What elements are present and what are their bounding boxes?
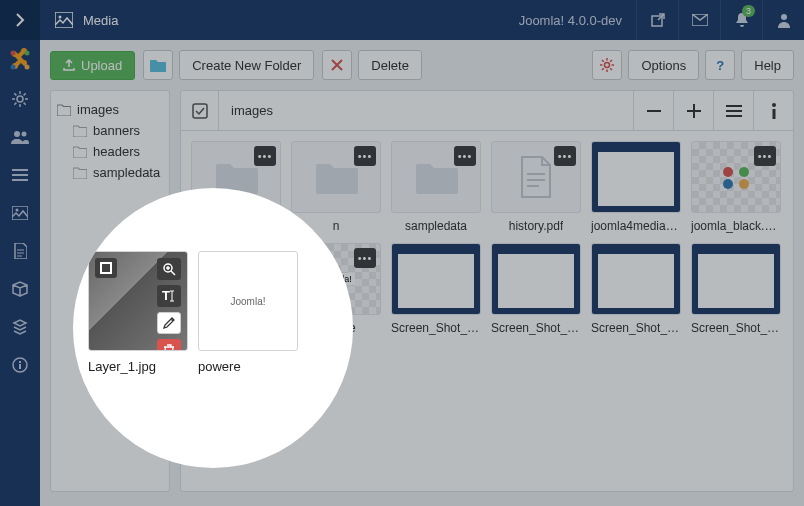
svg-rect-26 <box>726 110 742 112</box>
toggle-sidebar-button[interactable] <box>0 0 40 40</box>
svg-rect-27 <box>726 115 742 117</box>
svg-point-8 <box>25 65 30 70</box>
image-tile[interactable]: ••• Screen_Shot_20... <box>691 243 781 335</box>
messages-button[interactable] <box>678 0 720 40</box>
svg-rect-22 <box>647 110 661 112</box>
image-tile[interactable]: ••• Screen_Shot_20... <box>491 243 581 335</box>
image-tile[interactable]: ••• joomla4mediamanager <box>591 141 681 233</box>
svg-point-20 <box>605 63 610 68</box>
svg-point-11 <box>22 132 27 137</box>
select-all-checkbox[interactable] <box>181 91 219 130</box>
svg-rect-0 <box>55 12 73 28</box>
image-tile[interactable]: ••• Screen_Shot_20... <box>591 243 681 335</box>
svg-rect-12 <box>12 169 28 171</box>
folder-tile[interactable]: ••• n <box>291 141 381 233</box>
version-text: Joomla! 4.0.0-dev <box>505 13 636 28</box>
help-question-icon: ? <box>705 50 735 80</box>
svg-rect-24 <box>687 110 701 112</box>
svg-point-30 <box>723 167 733 177</box>
spotlight-overlay: T Layer_1.jpg Joomla! powere <box>73 188 353 468</box>
svg-point-1 <box>59 16 62 19</box>
svg-rect-25 <box>726 105 742 107</box>
sidebar-item-content[interactable] <box>0 232 40 270</box>
preview-action[interactable] <box>157 258 181 280</box>
help-button[interactable]: Help <box>741 50 794 80</box>
svg-rect-29 <box>772 109 775 119</box>
breadcrumb[interactable]: images <box>219 103 633 118</box>
gear-icon <box>592 50 622 80</box>
svg-point-7 <box>11 65 16 70</box>
svg-rect-18 <box>19 361 21 363</box>
svg-point-33 <box>739 179 749 189</box>
svg-point-10 <box>14 131 20 137</box>
media-icon <box>55 12 73 28</box>
selected-tile-name: Layer_1.jpg <box>88 359 188 374</box>
create-folder-button[interactable]: Create New Folder <box>179 50 314 80</box>
select-checkbox[interactable] <box>95 258 117 278</box>
tree-root[interactable]: images <box>57 99 163 120</box>
external-link-button[interactable] <box>636 0 678 40</box>
sidebar-item-media[interactable] <box>0 194 40 232</box>
adjacent-tile[interactable]: Joomla! powere <box>198 251 298 374</box>
svg-point-31 <box>739 167 749 177</box>
tile-menu-button[interactable]: ••• <box>254 146 276 166</box>
upload-button[interactable]: Upload <box>50 51 135 80</box>
svg-text:T: T <box>162 290 170 302</box>
tile-menu-button[interactable]: ••• <box>554 146 576 166</box>
adjacent-tile-name: powere <box>198 359 298 374</box>
tile-menu-button[interactable]: ••• <box>354 146 376 166</box>
delete-button[interactable]: Delete <box>358 50 422 80</box>
list-view-button[interactable] <box>713 91 753 130</box>
zoom-out-button[interactable] <box>633 91 673 130</box>
sidebar-item-components[interactable] <box>0 270 40 308</box>
svg-rect-19 <box>19 364 21 369</box>
file-tile[interactable]: ••• history.pdf <box>491 141 581 233</box>
rename-action[interactable]: T <box>157 285 181 307</box>
tree-item-headers[interactable]: headers <box>57 141 163 162</box>
zoom-in-button[interactable] <box>673 91 713 130</box>
tile-menu-button[interactable]: ••• <box>454 146 476 166</box>
edit-action[interactable] <box>157 312 181 334</box>
svg-point-4 <box>781 14 787 20</box>
tile-menu-button[interactable]: ••• <box>754 146 776 166</box>
tile-menu-button[interactable]: ••• <box>354 248 376 268</box>
svg-rect-14 <box>12 179 28 181</box>
image-tile[interactable]: ••• Screen_Shot_20... <box>391 243 481 335</box>
info-button[interactable] <box>753 91 793 130</box>
delete-action[interactable] <box>157 339 181 351</box>
sidebar-item-help[interactable] <box>0 346 40 384</box>
folder-tile[interactable]: ••• sampledata <box>391 141 481 233</box>
sidebar-item-extensions[interactable] <box>0 308 40 346</box>
delete-x-icon <box>322 50 352 80</box>
sidebar-item-menus[interactable] <box>0 156 40 194</box>
svg-point-28 <box>772 103 776 107</box>
options-button[interactable]: Options <box>628 50 699 80</box>
svg-point-6 <box>25 51 30 56</box>
folder-icon <box>143 50 173 80</box>
notification-badge: 3 <box>742 5 755 17</box>
user-menu-button[interactable] <box>762 0 804 40</box>
sidebar-item-users[interactable] <box>0 118 40 156</box>
svg-point-16 <box>16 209 19 212</box>
notifications-button[interactable]: 3 <box>720 0 762 40</box>
tree-item-sampledata[interactable]: sampledata <box>57 162 163 183</box>
joomla-logo[interactable] <box>0 40 40 80</box>
selected-tile[interactable]: T Layer_1.jpg <box>88 251 188 374</box>
tree-item-banners[interactable]: banners <box>57 120 163 141</box>
page-title: Media <box>83 13 118 28</box>
svg-rect-13 <box>12 174 28 176</box>
image-tile[interactable]: ••• joomla_black.png <box>691 141 781 233</box>
svg-point-5 <box>11 51 16 56</box>
sidebar-item-system[interactable] <box>0 80 40 118</box>
svg-point-32 <box>723 179 733 189</box>
svg-rect-21 <box>193 104 207 118</box>
svg-point-9 <box>17 96 23 102</box>
